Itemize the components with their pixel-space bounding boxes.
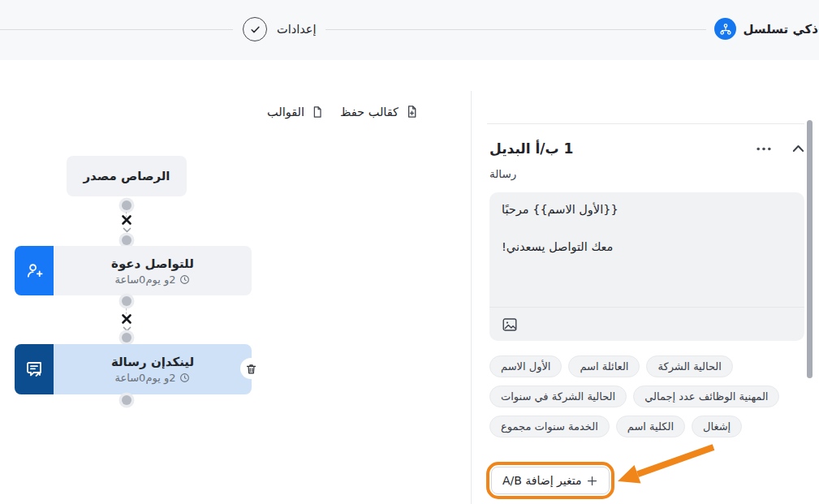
- add-person-icon: [15, 246, 54, 295]
- variable-chip[interactable]: ⁨مجموع⁩ ⁨سنوات⁩ ⁨الخدمة⁩: [489, 416, 610, 437]
- clock-icon: [179, 373, 190, 383]
- variable-chips: ⁨الاسم⁩ ⁨الأول⁩ ⁨اسم⁩ ⁨العائلة⁩ ⁨الشركة⁩…: [489, 355, 806, 437]
- variable-chip[interactable]: ⁨الاسم⁩ ⁨الأول⁩: [489, 355, 562, 377]
- panel-scrollbar[interactable]: [807, 120, 813, 378]
- add-ab-variant-label: ⁨A⁩⁨/⁩⁨B⁩ ⁨إضافة⁩ ⁨متغير⁩: [502, 474, 582, 487]
- message-editor[interactable]: ⁨مرحبًا⁩ ⁨{⁩⁨{⁩⁨الاسم⁩ ⁨الأول⁩⁨}⁩⁨}⁩ ⁨!⁩…: [489, 192, 804, 341]
- message-text[interactable]: ⁨مرحبًا⁩ ⁨{⁩⁨{⁩⁨الاسم⁩ ⁨الأول⁩⁨}⁩⁨}⁩ ⁨!⁩…: [489, 192, 804, 264]
- page-title: ⁨تسلسل⁩ ⁨ذكي⁩: [743, 22, 818, 37]
- variant-header: ⁨البديل⁩ ⁨أ⁩⁨/⁩⁨ب⁩ ⁨1⁩: [489, 136, 804, 161]
- stepper-line: [0, 29, 819, 30]
- delete-x-icon[interactable]: [121, 313, 132, 325]
- header-right: ⁨تسلسل⁩ ⁨ذكي⁩: [706, 18, 818, 40]
- message-line-2: ⁨!⁩⁨يسعدني⁩ ⁨التواصل⁩ ⁨معك⁩: [502, 238, 792, 256]
- variable-chip[interactable]: ⁨إشغال⁩: [692, 416, 742, 437]
- node-linkedin-message[interactable]: ⁨رسالة⁩ ⁨لينكدإن⁩ ⁨ساعة⁩⁨0⁩⁨يوم⁩ ⁨و⁩⁨2⁩: [15, 344, 252, 394]
- image-icon[interactable]: [502, 317, 518, 332]
- connector-dot: [122, 235, 131, 245]
- document-plus-icon: [405, 105, 419, 118]
- connector-dot: [122, 200, 131, 210]
- sitemap-icon[interactable]: [714, 18, 736, 40]
- node-invite-to-connect[interactable]: ⁨دعوة⁩ ⁨للتواصل⁩ ⁨ساعة⁩⁨0⁩⁨يوم⁩ ⁨و⁩⁨2⁩: [15, 246, 252, 295]
- annotation-arrow: [613, 438, 726, 489]
- templates-button[interactable]: ⁨القوالب⁩: [267, 105, 324, 118]
- variable-chip[interactable]: ⁨اسم⁩ ⁨الكلية⁩: [616, 416, 685, 437]
- node-lead-source-title: ⁨مصدر⁩ ⁨الرصاص⁩: [83, 169, 170, 183]
- chevron-up-icon[interactable]: [792, 144, 804, 153]
- trash-icon: [245, 363, 257, 375]
- node-invite-title: ⁨دعوة⁩ ⁨للتواصل⁩: [111, 256, 194, 271]
- message-send-icon: [15, 344, 54, 394]
- connector-dot: [122, 333, 131, 342]
- variable-chip[interactable]: ⁨إجمالي⁩ ⁨عدد⁩ ⁨الوظائف⁩ ⁨المهنية⁩: [633, 386, 779, 407]
- connector-dot: [122, 296, 131, 306]
- templates-button-label: ⁨القوالب⁩: [267, 106, 304, 118]
- clock-icon: [179, 274, 190, 285]
- message-line-1: ⁨مرحبًا⁩ ⁨{⁩⁨{⁩⁨الاسم⁩ ⁨الأول⁩⁨}⁩⁨}⁩: [502, 200, 792, 218]
- settings-step-label: ⁨إعدادات⁩: [277, 23, 316, 36]
- connector-dot: [122, 395, 131, 405]
- arrow-down-icon: [123, 227, 131, 234]
- stepper-step-settings[interactable]: ⁨إعدادات⁩: [233, 15, 325, 43]
- check-circle-icon: [243, 17, 267, 41]
- plus-icon: [586, 475, 598, 487]
- document-icon: [311, 106, 324, 118]
- variable-chip[interactable]: ⁨سنوات⁩ ⁨في⁩ ⁨الشركة⁩ ⁨الحالية⁩: [489, 386, 627, 407]
- node-lead-source[interactable]: ⁨مصدر⁩ ⁨الرصاص⁩: [67, 156, 187, 196]
- variable-chip[interactable]: ⁨الشركة⁩ ⁨الحالية⁩: [646, 355, 732, 377]
- more-dots-icon[interactable]: [756, 147, 771, 151]
- variant-title: ⁨البديل⁩ ⁨أ⁩⁨/⁩⁨ب⁩ ⁨1⁩: [489, 140, 573, 157]
- variable-chip[interactable]: ⁨اسم⁩ ⁨العائلة⁩: [568, 355, 640, 377]
- message-footer: [489, 307, 804, 341]
- node-message-duration: ⁨ساعة⁩⁨0⁩⁨يوم⁩ ⁨و⁩⁨2⁩: [115, 372, 176, 384]
- save-as-template-label: ⁨حفظ⁩ ⁨كقالب⁩: [340, 106, 399, 118]
- canvas-toolbar: ⁨القوالب⁩ ⁨حفظ⁩ ⁨كقالب⁩: [267, 105, 419, 118]
- node-invite-duration: ⁨ساعة⁩⁨0⁩⁨يوم⁩ ⁨و⁩⁨2⁩: [115, 274, 176, 286]
- arrow-down-icon: [123, 326, 131, 333]
- save-as-template-button[interactable]: ⁨حفظ⁩ ⁨كقالب⁩: [340, 105, 419, 118]
- node-message-title: ⁨رسالة⁩ ⁨لينكدإن⁩: [111, 355, 194, 369]
- message-label: ⁨رسالة⁩: [489, 167, 516, 180]
- panel-divider: [471, 91, 472, 504]
- add-ab-variant-button[interactable]: ⁨A⁩⁨/⁩⁨B⁩ ⁨إضافة⁩ ⁨متغير⁩: [491, 467, 610, 494]
- delete-x-icon[interactable]: [121, 214, 132, 226]
- panel-top-rule: [487, 123, 804, 124]
- app-header: ⁨إعدادات⁩ ⁨تسلسل⁩ ⁨ذكي⁩: [0, 0, 819, 60]
- delete-node-button[interactable]: [240, 358, 261, 379]
